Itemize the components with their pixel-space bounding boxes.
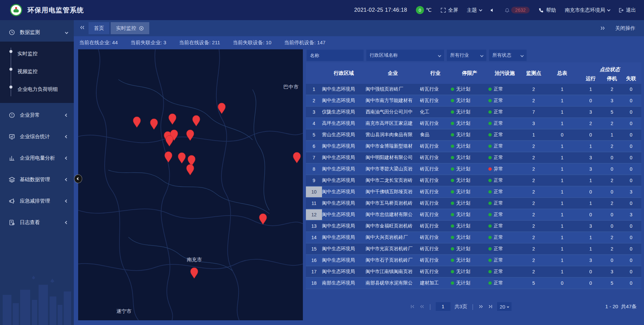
map-marker-pin[interactable] — [166, 136, 173, 146]
row-monitor-count: 2 — [521, 198, 546, 209]
help-button[interactable]: 帮助 — [538, 7, 556, 13]
status-text: 无计划 — [456, 120, 470, 126]
point-status-label: 点位状态 — [578, 66, 641, 73]
map-marker-pin[interactable] — [150, 119, 158, 129]
row-facility-status: 正常 — [488, 198, 521, 209]
prev-page-button double-chevron-left-icon[interactable] — [419, 304, 425, 309]
region-select[interactable]: 行政区域名称 — [366, 50, 444, 61]
table-row[interactable]: 4高坪生态环境局南充市高坪区王家店建砖瓦行业无计划正常31220 — [306, 118, 641, 129]
sidebar-item-企业异常[interactable]: 企业异常 — [0, 106, 74, 124]
col-region: 行政区域 — [322, 62, 366, 84]
map-marker-pin[interactable] — [165, 152, 172, 162]
row-industry: 砖瓦行业 — [420, 209, 451, 220]
table-row[interactable]: 6阆中生态环境局阆中市金博瑞新型墙材砖瓦行业无计划正常21120 — [306, 141, 641, 152]
row-region: 阆中生态环境局 — [322, 198, 366, 209]
table-row[interactable]: 14阆中生态环境局阆中大兴页岩机砖厂砖瓦行业无计划正常21120 — [306, 232, 641, 243]
notifications-button[interactable]: 2632 — [504, 7, 530, 13]
map-marker-pin[interactable] — [186, 130, 194, 141]
mute-button[interactable] — [490, 7, 496, 13]
sidebar-section[interactable]: 日志查看 — [0, 213, 74, 232]
row-lost-count: 0 — [621, 164, 641, 174]
tab-首页[interactable]: 首页 — [89, 22, 109, 34]
sidebar-item-企业用电量分析[interactable]: 企业用电量分析 — [0, 149, 74, 167]
map-marker-pin[interactable] — [169, 114, 176, 124]
sidebar-section[interactable]: 企业异常 — [0, 106, 74, 124]
green-status-dot — [488, 145, 492, 148]
logout-button[interactable]: 退出 — [618, 7, 636, 13]
map-marker-pin[interactable] — [259, 214, 267, 224]
sidebar-subitem-企业电力负荷明细[interactable]: 企业电力负荷明细 — [0, 80, 74, 98]
row-total-count: 1 — [546, 118, 578, 129]
row-company: 南部县砚华水泥有限公 — [366, 278, 420, 288]
map-marker-pin[interactable] — [133, 117, 141, 127]
sidebar-section[interactable]: 企业用电量分析 — [0, 149, 74, 167]
last-page-button[interactable] — [488, 304, 493, 309]
map-marker-pin[interactable] — [193, 115, 200, 126]
green-status-dot — [488, 247, 492, 251]
map-marker-pin[interactable] — [186, 164, 194, 175]
industry-select[interactable]: 所有行业 — [447, 50, 486, 61]
status-text: 无计划 — [456, 98, 470, 104]
table-row[interactable]: 1阆中生态环境局阆中强锐页岩砖厂砖瓦行业无计划正常21120 — [306, 84, 641, 95]
row-lost-count: 0 — [621, 129, 641, 140]
tabs-scroll-right-button double-chevron-right-icon[interactable] — [600, 25, 606, 31]
table-row[interactable]: 13阆中生态环境局阆中市金福旺页岩机砖砖瓦行业无计划正常21300 — [306, 221, 641, 232]
close-operations-button[interactable]: 关闭操作 — [615, 25, 635, 32]
table-row[interactable]: 15阆中生态环境局阆中市光富页岩机砖厂砖瓦行业无计划正常21120 — [306, 243, 641, 255]
sidebar-section[interactable]: 应急减排管理 — [0, 192, 74, 210]
table-row[interactable]: 17阆中生态环境局阆中市江南镇阆南页岩砖瓦行业无计划正常21030 — [306, 266, 641, 278]
page-number-input[interactable] — [436, 302, 450, 311]
chevron-down-icon — [521, 54, 524, 57]
table-row[interactable]: 18南部生态环境局南部县砚华水泥有限公建材加工无计划正常50050 — [306, 278, 641, 289]
table-row[interactable]: 12阆中生态环境局阆中市忠信建材有限公砖瓦行业无计划正常21003 — [306, 209, 641, 221]
sidebar-subitem-实时监控[interactable]: 实时监控 — [0, 45, 74, 63]
row-run-count: 1 — [578, 198, 603, 209]
row-monitor-count: 2 — [521, 84, 546, 95]
table-row[interactable]: 3仪陇生态环境局西南油气田分公司川中化工无计划正常71350 — [306, 107, 641, 118]
row-number: 3 — [306, 107, 322, 117]
row-limit-status: 无计划 — [451, 129, 488, 140]
sidebar-item-数据监测[interactable]: 数据监测 — [0, 23, 74, 42]
city-label-巴中市: 巴中市 — [283, 84, 299, 90]
table-row[interactable]: 8阆中生态环境局阆中市枣碧大梁山页岩砖瓦行业无计划异常21300 — [306, 164, 641, 175]
table-row[interactable]: 2阆中生态环境局阆中市南方节能建材有砖瓦行业无计划正常21030 — [306, 95, 641, 107]
sidebar-item-应急减排管理[interactable]: 应急减排管理 — [0, 192, 74, 210]
sidebar-section[interactable]: 数据监测实时监控视频监控企业电力负荷明细 — [0, 23, 74, 103]
table-row[interactable]: 10阆中生态环境局阆中千佛镇五郎垭页岩砖瓦行业无计划正常21003 — [306, 186, 641, 198]
table-row[interactable]: 11阆中生态环境局阆中市五马桥页岩机砖砖瓦行业无计划正常21120 — [306, 198, 641, 209]
row-lost-count: 0 — [621, 243, 641, 254]
row-limit-status: 无计划 — [451, 186, 488, 197]
status-select[interactable]: 所有状态 — [489, 50, 527, 61]
name-search-input[interactable] — [307, 50, 364, 61]
sidebar-submenu[interactable]: 实时监控视频监控企业电力负荷明细 — [0, 42, 74, 103]
map-collapse-button[interactable] — [74, 174, 82, 183]
table-row[interactable]: 5营山生态环境局营山县润丰肉食品有限食品无计划正常10010 — [306, 129, 641, 141]
table-row[interactable]: 9阆中生态环境局阆中市二龙长宝页岩砖砖瓦行业无计划正常21120 — [306, 175, 641, 186]
tab-实时监控[interactable]: 实时监控 — [111, 22, 149, 34]
tabs-scroll-left-button[interactable] — [79, 24, 85, 32]
table-row[interactable]: 16阆中生态环境局阆中市石子页岩机砖厂砖瓦行业无计划正常21300 — [306, 255, 641, 266]
row-facility-status: 正常 — [488, 95, 521, 106]
theme-button[interactable]: 主题 — [467, 7, 481, 13]
sidebar-item-日志查看[interactable]: 日志查看 — [0, 213, 74, 232]
page-size-select[interactable]: 20 — [497, 302, 512, 311]
row-lost-count: 0 — [621, 278, 641, 288]
row-monitor-count: 2 — [521, 186, 546, 197]
sidebar-section[interactable]: 企业综合统计 — [0, 127, 74, 146]
first-page-button[interactable] — [410, 304, 415, 309]
sidebar-item-基础数据管理[interactable]: 基础数据管理 — [0, 170, 74, 189]
table-row[interactable]: 7阆中生态环境局阆中明阳建材有限公司砖瓦行业无计划正常21300 — [306, 152, 641, 164]
chevron-left-icon — [65, 199, 68, 203]
sidebar-item-企业综合统计[interactable]: 企业综合统计 — [0, 127, 74, 146]
sidebar-subitem-视频监控[interactable]: 视频监控 — [0, 63, 74, 80]
org-menu[interactable]: 南充市生态环境局 — [565, 7, 609, 13]
map-marker-pin[interactable] — [191, 268, 198, 278]
map-marker-pin[interactable] — [178, 153, 185, 163]
next-page-button double-chevron-right-icon[interactable] — [478, 304, 484, 309]
row-limit-status: 无计划 — [451, 175, 488, 186]
sidebar-section[interactable]: 基础数据管理 — [0, 170, 74, 189]
map-marker-pin[interactable] — [293, 152, 301, 163]
map-panel[interactable]: 巴中市南充市遂宁市 — [78, 49, 303, 320]
tab-close-button[interactable] — [139, 26, 144, 31]
fullscreen-button[interactable]: 全屏 — [440, 7, 458, 13]
